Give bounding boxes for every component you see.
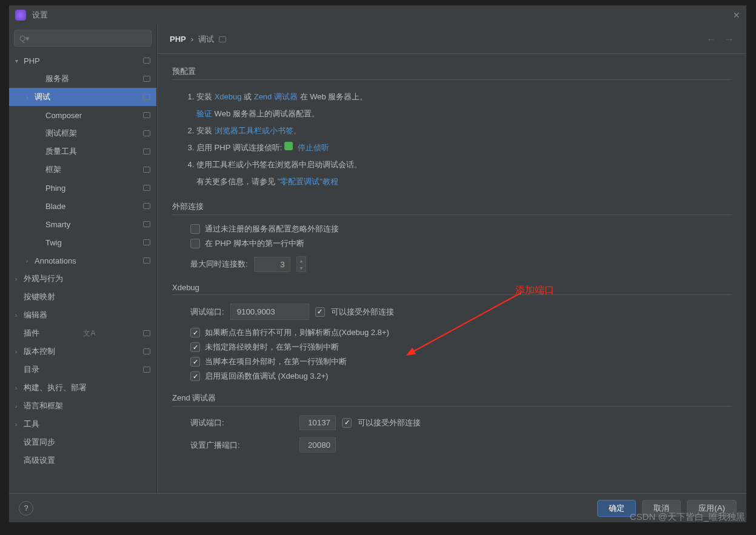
scope-icon — [143, 94, 150, 100]
maxconn-spinner[interactable]: ▴▾ — [296, 256, 306, 272]
zend-broadcast-input[interactable] — [299, 437, 336, 453]
tree-item[interactable]: ›版本控制 — [9, 342, 156, 361]
xdebug-port-label: 调试端口: — [190, 307, 224, 317]
apply-button[interactable]: 应用(A) — [687, 500, 737, 517]
expand-arrow-icon: ▾ — [15, 58, 24, 64]
section-xdebug: Xdebug — [172, 283, 732, 295]
maxconn-input[interactable] — [254, 257, 290, 272]
tree-item-label: Annotations — [35, 256, 76, 265]
nav-forward-icon[interactable]: → — [724, 34, 734, 45]
sidebar: ▾PHP服务器›调试Composer测试框架质量工具框架PhingBladeSm… — [9, 25, 157, 493]
zero-config-link[interactable]: "零配置调试"教程 — [278, 177, 338, 186]
chk-xdebug-return[interactable]: ✓ — [190, 371, 200, 381]
tree-item[interactable]: ›调试 — [9, 88, 156, 106]
expand-arrow-icon: › — [26, 94, 35, 101]
scope-icon — [143, 258, 150, 264]
search-input[interactable] — [14, 30, 152, 47]
scope-icon — [143, 185, 150, 191]
tree-item[interactable]: 设置同步 — [9, 433, 156, 451]
section-external: 外部连接 — [172, 201, 732, 215]
scope-icon — [143, 221, 150, 227]
expand-arrow-icon: › — [15, 403, 24, 410]
xdebug-link[interactable]: Xdebug — [215, 92, 242, 101]
scope-icon — [143, 58, 150, 64]
scope-icon — [143, 167, 150, 173]
tree-item[interactable]: 按键映射 — [9, 288, 156, 306]
tree-item-label: 质量工具 — [45, 146, 77, 157]
tree-item[interactable]: ›工具 — [9, 415, 156, 433]
tree-item-label: 语言和框架 — [24, 400, 63, 411]
chk-break-first-line[interactable] — [190, 239, 200, 248]
tree-item-label: 按键映射 — [24, 291, 55, 302]
tree-item[interactable]: Composer — [9, 106, 156, 124]
tree-item[interactable]: Smarty — [9, 215, 156, 233]
tree-item[interactable]: 插件文A — [9, 324, 156, 342]
tree-item-label: 设置同步 — [24, 437, 55, 448]
tree-item-label: 插件 — [24, 328, 39, 339]
tree-item[interactable]: Phing — [9, 179, 156, 197]
close-icon[interactable]: ✕ — [733, 10, 740, 20]
maxconn-label: 最大同时连接数: — [190, 259, 248, 270]
tree-item-label: Smarty — [45, 220, 70, 229]
tree-item[interactable]: ›外观与行为 — [9, 270, 156, 288]
tree-item-label: 版本控制 — [24, 346, 55, 357]
cancel-button[interactable]: 取消 — [642, 500, 681, 517]
tree-item-label: Blade — [45, 202, 65, 211]
breadcrumb-root[interactable]: PHP — [170, 35, 186, 44]
tree-item-label: 调试 — [35, 91, 50, 102]
toolbar-link[interactable]: 浏览器工具栏或小书签。 — [215, 126, 301, 135]
tree-item[interactable]: 质量工具 — [9, 142, 156, 161]
tree-item[interactable]: Blade — [9, 197, 156, 215]
tree-item[interactable]: 高级设置 — [9, 451, 156, 470]
tree-item-label: Phing — [45, 184, 65, 193]
zend-port-input[interactable] — [299, 415, 336, 430]
stop-listen-link[interactable]: 停止侦听 — [295, 143, 329, 152]
tree-item[interactable]: 框架 — [9, 161, 156, 179]
tree-item-label: Composer — [45, 111, 82, 120]
tree-item-label: 框架 — [45, 164, 61, 175]
tree-item[interactable]: Twig — [9, 233, 156, 251]
tree-item-label: Twig — [45, 238, 62, 247]
tree-item-label: 高级设置 — [24, 455, 55, 466]
tree-item-label: 编辑器 — [24, 310, 47, 321]
content-area: 预配置 安装 Xdebug 或 Zend 调试器 在 Web 服务器上。 验证 … — [158, 54, 746, 493]
tree-item[interactable]: ›构建、执行、部署 — [9, 379, 156, 397]
tree-item[interactable]: ›Annotations — [9, 251, 156, 270]
tree-item-label: 工具 — [24, 419, 39, 430]
expand-arrow-icon: › — [15, 276, 24, 282]
chk-xdebug-accept-ext[interactable]: ✓ — [315, 307, 325, 317]
tree-item[interactable]: ›语言和框架 — [9, 397, 156, 415]
chk-ignore-unreg[interactable] — [190, 224, 200, 234]
tree-item[interactable]: 目录 — [9, 361, 156, 379]
xdebug-port-input[interactable] — [230, 304, 309, 320]
preconfig-step2: 安装 浏览器工具栏或小书签。 — [196, 122, 732, 139]
annotation-label: 添加端口 — [515, 284, 554, 297]
scope-icon — [143, 130, 150, 136]
verify-link[interactable]: 验证 — [196, 109, 212, 118]
scope-icon — [143, 239, 150, 245]
window-title: 设置 — [32, 10, 48, 21]
tree-item[interactable]: 服务器 — [9, 70, 156, 88]
section-zend: Zend 调试器 — [172, 393, 732, 407]
help-button[interactable]: ? — [19, 501, 33, 516]
chk-xdebug-resolve[interactable]: ✓ — [190, 328, 200, 337]
tree-item[interactable]: 测试框架 — [9, 124, 156, 142]
chk-zend-accept-ext[interactable]: ✓ — [342, 418, 352, 428]
breadcrumb: PHP › 调试 ← → — [158, 25, 746, 54]
scope-icon — [143, 203, 150, 209]
ok-button[interactable]: 确定 — [597, 500, 636, 517]
expand-arrow-icon: › — [15, 348, 24, 355]
zend-link[interactable]: Zend 调试器 — [254, 92, 298, 101]
tree-item-label: 外观与行为 — [24, 273, 63, 284]
tree-item[interactable]: ▾PHP — [9, 52, 156, 70]
chk-xdebug-nopath[interactable]: ✓ — [190, 342, 200, 352]
settings-tree: ▾PHP服务器›调试Composer测试框架质量工具框架PhingBladeSm… — [9, 52, 156, 493]
expand-arrow-icon: › — [15, 385, 24, 391]
tree-item[interactable]: ›编辑器 — [9, 306, 156, 324]
section-preconfig: 预配置 — [172, 66, 732, 80]
scope-icon — [143, 112, 150, 118]
tree-item-label: 目录 — [24, 364, 39, 375]
chk-xdebug-outside[interactable]: ✓ — [190, 357, 200, 367]
dialog-footer: ? 确定 取消 应用(A) — [9, 493, 746, 522]
nav-back-icon[interactable]: ← — [706, 34, 716, 45]
